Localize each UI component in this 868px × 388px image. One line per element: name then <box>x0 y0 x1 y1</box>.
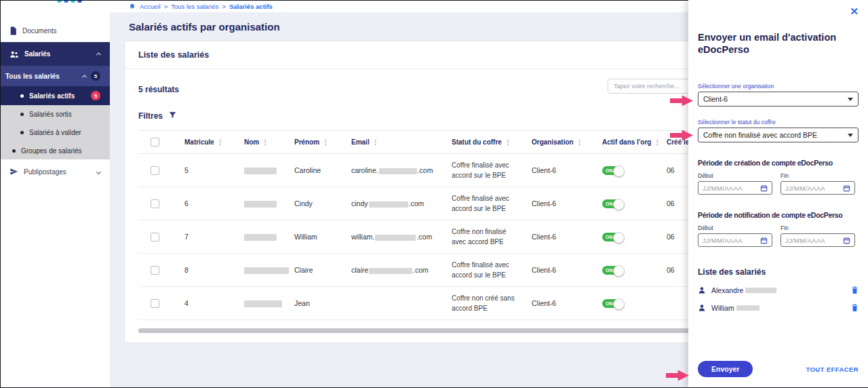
cell-matricule: 5 <box>179 154 239 187</box>
creation-period-dates: Début JJ/MM/AAAA Fin JJ/MM/AAAA <box>698 172 859 195</box>
salaries-list-title: Liste des salariés <box>698 267 859 277</box>
person-icon <box>698 304 706 312</box>
creation-end-date-input[interactable]: JJ/MM/AAAA <box>781 181 855 195</box>
breadcrumb-separator: > <box>164 3 168 10</box>
calendar-icon[interactable] <box>760 237 768 244</box>
cell-actif: ON <box>597 220 661 254</box>
redacted-name <box>244 267 289 274</box>
scrollbar-thumb[interactable] <box>138 328 692 333</box>
sidebar-item-salaries-sortis[interactable]: Salariés sortis <box>0 105 110 123</box>
calendar-icon[interactable] <box>843 237 850 244</box>
row-checkbox[interactable] <box>151 166 159 175</box>
column-header-cree-le: Créé le <box>667 138 689 146</box>
cell-matricule: 6 <box>179 187 239 220</box>
cell-email <box>346 287 446 320</box>
cell-matricule: 4 <box>179 287 239 320</box>
cell-prenom: William <box>289 220 346 254</box>
chevron-down-icon <box>848 134 853 137</box>
creation-period-title: Période de création de compte eDocPerso <box>698 159 859 167</box>
select-all-checkbox[interactable] <box>151 138 159 147</box>
cell-statut: Coffre non finalisé avec accord BPE <box>446 220 526 254</box>
row-checkbox[interactable] <box>151 266 159 275</box>
column-header-actif: Actif dans l'org <box>602 138 651 146</box>
cell-actif: ON <box>597 254 661 287</box>
column-menu-icon[interactable]: ⋮ <box>217 138 224 146</box>
row-checkbox[interactable] <box>151 299 159 308</box>
cell-nom <box>239 187 289 220</box>
sidebar: Documents Salariés Tous les salariés 5 S… <box>0 0 110 388</box>
close-icon[interactable]: ✕ <box>850 6 859 16</box>
column-menu-icon[interactable]: ⋮ <box>654 138 660 146</box>
cell-nom <box>239 254 289 287</box>
notification-start-date-input[interactable]: JJ/MM/AAAA <box>698 233 772 247</box>
send-button[interactable]: Envoyer <box>698 361 753 377</box>
cell-email: william..com <box>346 220 446 254</box>
date-placeholder: JJ/MM/AAAA <box>703 237 743 244</box>
column-menu-icon[interactable]: ⋮ <box>372 138 379 146</box>
breadcrumb-accueil[interactable]: Accueil <box>140 3 161 10</box>
cell-actif: ON <box>597 154 661 187</box>
filter-icon[interactable] <box>168 110 177 122</box>
sidebar-item-tous-les-salaries[interactable]: Tous les salariés 5 <box>0 66 110 86</box>
active-toggle[interactable]: ON <box>602 166 623 175</box>
table-row: 4JeanCoffre non créé sans accord BPEClie… <box>138 287 715 320</box>
statut-select[interactable]: Coffre non finalisé avec accord BPE <box>698 128 859 142</box>
sidebar-item-salaries-actifs[interactable]: Salariés actifs 5 <box>0 86 110 105</box>
chevron-up-icon <box>82 75 87 79</box>
column-menu-icon[interactable]: ⋮ <box>262 138 269 146</box>
statut-select-label: Sélectionner le statut du coffre <box>698 119 859 125</box>
sidebar-item-label: Publipostages <box>24 168 66 176</box>
cell-statut: Coffre non créé sans accord BPE <box>446 287 526 320</box>
column-header-organisation: Organisation <box>532 138 574 146</box>
person-icon <box>698 286 706 294</box>
window-edge <box>0 0 688 1</box>
table-header-row: Matricule⋮ Nom⋮ Prénom⋮ Email⋮ Statut du… <box>138 131 715 154</box>
row-checkbox[interactable] <box>151 233 159 241</box>
trash-icon[interactable] <box>851 303 859 312</box>
breadcrumb-tous-les-salaries[interactable]: Tous les salariés <box>171 3 218 10</box>
column-header-matricule: Matricule <box>184 138 214 146</box>
panel-salarie-item: William <box>698 303 859 312</box>
sidebar-item-label: Salariés <box>24 50 50 58</box>
home-icon[interactable] <box>129 3 136 9</box>
filters-label: Filtres <box>138 111 163 121</box>
active-toggle[interactable]: ON <box>602 266 623 275</box>
active-toggle[interactable]: ON <box>602 233 623 241</box>
creation-start-date-input[interactable]: JJ/MM/AAAA <box>698 181 772 195</box>
calendar-icon[interactable] <box>760 185 768 192</box>
cell-actif: ON <box>597 287 661 320</box>
horizontal-scrollbar[interactable] <box>138 328 715 333</box>
sidebar-item-label: Documents <box>22 27 57 35</box>
active-toggle[interactable]: ON <box>602 199 623 208</box>
cell-organisation: Client-6 <box>526 187 597 220</box>
cell-nom <box>239 154 289 187</box>
organisation-select[interactable]: Client-6 <box>698 92 859 106</box>
sidebar-item-label: Salariés à valider <box>29 129 81 136</box>
panel-footer: Envoyer TOUT EFFACER <box>688 353 868 388</box>
bullet-icon <box>12 149 16 153</box>
sidebar-item-salaries-a-valider[interactable]: Salariés à valider <box>0 123 110 142</box>
notification-period-title: Période de notification de compte eDocPe… <box>698 211 859 219</box>
sidebar-item-publipostages[interactable]: Publipostages <box>0 159 110 184</box>
row-checkbox[interactable] <box>151 199 159 208</box>
cell-checkbox <box>138 220 179 254</box>
sidebar-item-documents[interactable]: Documents <box>0 19 110 42</box>
cell-email: claire.com <box>346 254 446 287</box>
column-menu-icon[interactable]: ⋮ <box>505 138 511 146</box>
sidebar-item-groupes-de-salaries[interactable]: Groupes de salariés <box>0 142 110 159</box>
sidebar-item-salaries[interactable]: Salariés <box>0 42 110 66</box>
redacted-email <box>375 235 416 241</box>
cell-email: cindy.com <box>346 187 446 220</box>
clear-all-button[interactable]: TOUT EFFACER <box>806 366 859 373</box>
notification-end-date-input[interactable]: JJ/MM/AAAA <box>781 233 855 247</box>
redacted-email <box>369 268 412 274</box>
salaries-table: Matricule⋮ Nom⋮ Prénom⋮ Email⋮ Statut du… <box>138 130 715 320</box>
trash-icon[interactable] <box>851 286 859 294</box>
column-menu-icon[interactable]: ⋮ <box>576 138 583 146</box>
table-row: 5Carolinecaroline..comCoffre finalisé av… <box>138 154 715 187</box>
cell-matricule: 7 <box>179 220 239 254</box>
calendar-icon[interactable] <box>843 185 850 192</box>
column-menu-icon[interactable]: ⋮ <box>322 138 329 146</box>
active-toggle[interactable]: ON <box>602 299 623 308</box>
cell-organisation: Client-6 <box>526 254 597 287</box>
